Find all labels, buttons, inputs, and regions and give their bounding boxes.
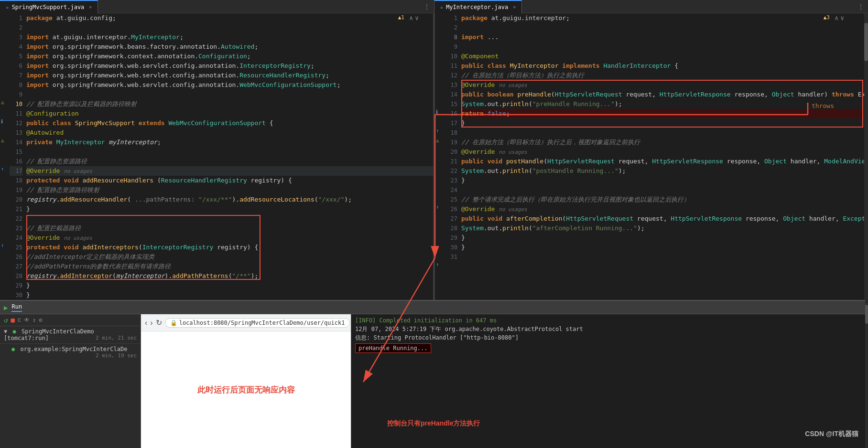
left-tab-label: SpringMvcSupport.java [12, 4, 85, 11]
run-stop-icon[interactable]: ■ [11, 316, 14, 324]
run-time-2: 2 min, 19 sec [96, 352, 137, 359]
lock-icon: 🔒 [170, 320, 177, 326]
java-file-icon-right: ☕ [440, 4, 444, 10]
gutter-override-17: ↑ [1, 166, 4, 171]
right-tab-myinterceptor[interactable]: ☕ MyInterceptor.java ✕ [434, 0, 522, 13]
gutter-override-right-21: ↑ [436, 204, 439, 210]
browser-notice-text: 此时运行后页面无响应内容 [197, 384, 295, 395]
gutter-warning-10: ⚠ [1, 99, 4, 106]
console-line-3: 信息: Starting ProtocolHandler ["http-bio-… [355, 333, 864, 342]
left-line-numbers: 1 2 3 4 5 6 7 8 9 10 11 12 13 14 15 16 1 [10, 13, 26, 300]
gutter-override-right-13: ↑ [436, 128, 439, 133]
watermark: CSDN @IT机器猫 [805, 430, 858, 438]
java-file-icon: ☕ [6, 4, 9, 10]
up-arrow-icon[interactable]: ∧ [409, 14, 413, 21]
browser-toolbar: ‹ › ↻ 🔒 localhost:8080/SpringMvcInterCla… [141, 314, 351, 331]
console-panel: [INFO] Completed initialization in 647 m… [351, 314, 868, 448]
run-green-dot: ● [12, 328, 16, 335]
console-line-4: preHandle Running... [355, 344, 864, 352]
run-item-2: ● org.example:SpringMvcInterClaDe 2 min,… [0, 344, 141, 361]
right-more-icon[interactable]: ⋮ [857, 3, 864, 11]
right-tab-close[interactable]: ✕ [513, 4, 516, 10]
browser-forward-btn[interactable]: › [150, 319, 152, 327]
console-annotation: 控制台只有preHandle方法执行 [387, 419, 480, 428]
bottom-run-tab[interactable]: Run [11, 303, 22, 312]
left-tab-close[interactable]: ✕ [89, 4, 92, 10]
run-scroll-icon[interactable]: ↕ [33, 317, 36, 323]
right-down-arrow-icon[interactable]: ∨ [840, 14, 844, 21]
left-code-content[interactable]: package at.guigu.config; import at.guigu… [26, 13, 433, 300]
left-editor-pane: ▲1 ∧ ∨ ⚠ ℹ ⚠ ↑ ↑ [0, 13, 435, 300]
browser-panel: ‹ › ↻ 🔒 localhost:8080/SpringMvcInterCla… [141, 314, 351, 448]
run-restart-icon[interactable]: ↺ [4, 316, 8, 324]
run-config-label: ▼ ● SpringMvcInterClaDemo [tomcat7:run] … [0, 326, 141, 344]
browser-refresh-btn[interactable]: ↻ [156, 318, 162, 327]
console-line-1: [INFO] Completed initialization in 647 m… [355, 316, 864, 325]
left-more-icon[interactable]: ⋮ [423, 3, 430, 11]
right-tab-label: MyInterceptor.java [446, 4, 508, 11]
right-code-content[interactable]: package at.guigu.interceptor; import ...… [461, 13, 868, 300]
browser-back-btn[interactable]: ‹ [145, 319, 147, 327]
gutter-info-right-11: ℹ [436, 109, 438, 115]
bottom-run-icon: ▶ [4, 304, 8, 311]
run-toggle-icon[interactable]: ▼ [4, 328, 7, 335]
run-item-2-label: org.example:SpringMvcInterClaDe [20, 346, 127, 352]
browser-url-text: localhost:8080/SpringMvcInterClaDemo/use… [179, 320, 345, 326]
run-filter-icon[interactable]: ⊏ [18, 317, 21, 323]
gutter-info-12: ℹ [1, 118, 3, 125]
gutter-override-25: ↑ [1, 243, 4, 248]
run-panel: ↺ ■ ⊏ 👁 ↕ ⚙ ▼ ● SpringMvcInterClaDemo [t… [0, 314, 141, 448]
run-green-dot-2: ● [11, 346, 15, 352]
browser-content: 此时运行后页面无响应内容 [141, 331, 351, 448]
right-up-arrow-icon[interactable]: ∧ [835, 14, 838, 21]
bottom-tab-bar: ▶ Run [0, 301, 868, 314]
console-content[interactable]: [INFO] Completed initialization in 647 m… [351, 314, 868, 448]
run-time-1: 2 min, 21 sec [96, 335, 137, 341]
throws-label: throws [812, 102, 834, 109]
bottom-right-scrollbar[interactable] [865, 314, 868, 448]
left-warning-count: ▲1 [398, 14, 404, 21]
run-eye-icon[interactable]: 👁 [24, 317, 30, 323]
gutter-warning-right-14: ⚠ [436, 138, 439, 144]
browser-url-bar[interactable]: 🔒 localhost:8080/SpringMvcInterClaDemo/u… [165, 318, 350, 328]
run-gear-icon[interactable]: ⚙ [39, 317, 42, 323]
right-scrollbar[interactable] [864, 13, 868, 300]
console-line-2: 12月 07, 2024 5:27:19 下午 org.apache.coyot… [355, 325, 864, 333]
right-editor-pane: ▲3 ∧ ∨ ℹ ↑ ⚠ ↑ ↑ [435, 13, 868, 300]
right-line-numbers: 1 2 8 9 10 11 12 13 14 15 16 17 18 19 20… [445, 13, 461, 300]
run-toolbar: ↺ ■ ⊏ 👁 ↕ ⚙ [0, 314, 141, 326]
left-tab-springmvcsupport[interactable]: ☕ SpringMvcSupport.java ✕ [0, 0, 98, 13]
run-config-name: SpringMvcInterClaDemo [tomcat7:run] [4, 328, 94, 341]
down-arrow-icon[interactable]: ∨ [415, 14, 419, 21]
gutter-warning-14: ⚠ [1, 138, 4, 144]
right-warning-count: ▲3 [824, 14, 830, 21]
prehandle-output: preHandle Running... [355, 343, 431, 353]
gutter-override-right-27: ↑ [436, 262, 439, 267]
